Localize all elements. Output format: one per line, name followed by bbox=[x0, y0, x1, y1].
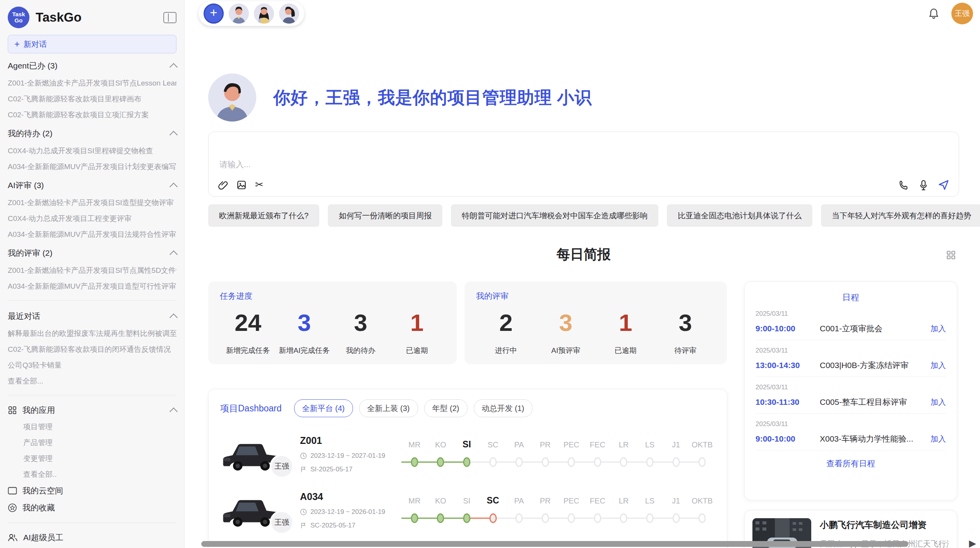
screenshot-scissors-icon[interactable]: ✂ bbox=[255, 179, 264, 191]
join-link[interactable]: 加入 bbox=[930, 397, 946, 408]
join-link[interactable]: 加入 bbox=[930, 324, 946, 334]
clock-icon bbox=[300, 452, 307, 459]
composer-placeholder: 请输入... bbox=[219, 159, 251, 170]
view-all-chats-link[interactable]: 查看全部... bbox=[8, 373, 176, 389]
my-review-card: 我的评审 2 进行中 3 AI预评审 1 已逾期 3 待评审 bbox=[464, 281, 727, 364]
sidebar-item[interactable]: A034-全新新能源MUV产品开发项目造型可行性评审 bbox=[8, 278, 176, 294]
stat-pending-review: 3 待评审 bbox=[656, 311, 716, 356]
sidebar-item[interactable]: A034-全新新能源MUV产品开发项目计划变更表编写 bbox=[8, 159, 176, 175]
user-avatar[interactable]: 王强 bbox=[951, 3, 973, 24]
sidebar-item-help-write[interactable]: 帮我写作 bbox=[8, 546, 176, 548]
view-all-apps-link[interactable]: 查看全部.. bbox=[23, 466, 176, 482]
sidebar-item-cloud-space[interactable]: 我的云空间 bbox=[8, 482, 176, 499]
horizontal-scrollbar[interactable] bbox=[201, 541, 908, 547]
section-ai-review[interactable]: AI评审 (3) bbox=[8, 176, 176, 195]
project-dates: 2023-12-19 ~ 2027-01-19 bbox=[300, 452, 397, 460]
microphone-icon[interactable] bbox=[918, 180, 929, 191]
avatar-3[interactable] bbox=[279, 3, 299, 24]
new-chat-button[interactable]: + 新对话 bbox=[8, 35, 176, 53]
suggestion-chip[interactable]: 欧洲新规最近颁布了什么? bbox=[208, 204, 319, 227]
filter-chip-model-year[interactable]: 年型 (2) bbox=[424, 399, 468, 417]
milestone-dot-oktb bbox=[689, 511, 715, 525]
chevron-up-icon[interactable] bbox=[170, 313, 178, 322]
milestone-dot-fec bbox=[584, 455, 611, 469]
avatar-2[interactable] bbox=[254, 3, 274, 24]
milestone-dot-ls bbox=[637, 455, 663, 469]
project-date-range: 2023-12-19 ~ 2027-01-19 bbox=[310, 452, 385, 460]
project-image: 王强 bbox=[220, 493, 282, 528]
section-my-review[interactable]: 我的评审 (2) bbox=[8, 244, 176, 262]
section-title: Agent已办 (3) bbox=[8, 60, 171, 71]
sidebar-item-product-mgmt[interactable]: 产品管理 bbox=[23, 435, 176, 450]
filter-chip-platform[interactable]: 全新平台 (4) bbox=[294, 399, 353, 417]
assistant-avatar bbox=[208, 74, 256, 122]
avatar-1[interactable] bbox=[229, 3, 249, 24]
chevron-up-icon[interactable] bbox=[170, 63, 178, 71]
project-code: Z001 bbox=[300, 435, 397, 446]
ai-employee-label: AI超级员工 bbox=[23, 532, 63, 543]
sidebar-item[interactable]: C02-飞腾新能源轻客改款项目的闭环通告反馈情况 bbox=[8, 341, 176, 357]
chevron-up-icon[interactable] bbox=[170, 131, 178, 139]
project-owner-badge: 王强 bbox=[270, 454, 294, 478]
suggestion-chip[interactable]: 如何写一份清晰的项目周报 bbox=[328, 204, 442, 227]
greeting-text: 你好，王强，我是你的项目管理助理 小识 bbox=[273, 86, 592, 109]
layout-grid-icon[interactable] bbox=[946, 250, 956, 260]
chevron-up-icon[interactable] bbox=[170, 250, 178, 259]
view-all-schedule-link[interactable]: 查看所有日程 bbox=[756, 458, 946, 469]
suggestion-chip[interactable]: 特朗普可能对进口汽车增税会对中国车企造成哪些影响 bbox=[451, 204, 658, 227]
sidebar-item-favorites[interactable]: 我的收藏 bbox=[8, 499, 176, 516]
stat-overdue: 1 已逾期 bbox=[596, 311, 656, 356]
sidebar-item-change-mgmt[interactable]: 变更管理 bbox=[23, 450, 176, 466]
main-area: + 王强 你好，王强，我是你的项目管理助理 小识 请输入... bbox=[185, 0, 980, 548]
sidebar-item[interactable]: 公司Q3轻卡销量 bbox=[8, 357, 176, 373]
attachment-icon[interactable] bbox=[218, 180, 228, 190]
join-link[interactable]: 加入 bbox=[930, 360, 946, 371]
suggestion-chip[interactable]: 当下年轻人对汽车外观有怎样的喜好趋势 bbox=[821, 204, 980, 227]
send-icon[interactable] bbox=[938, 179, 949, 191]
section-recent-chats[interactable]: 最近对话 bbox=[8, 307, 176, 325]
milestone-label-pa: PA bbox=[506, 497, 532, 505]
stat-label: 待评审 bbox=[656, 346, 716, 356]
image-icon[interactable] bbox=[236, 180, 247, 190]
composer[interactable]: 请输入... ✂ bbox=[208, 132, 959, 197]
project-row[interactable]: 王强 A034 2023-12-19 ~ 2026-01-19 SC-2025-… bbox=[220, 491, 715, 529]
project-row[interactable]: 王强 Z001 2023-12-19 ~ 2027-01-19 SI-2025-… bbox=[220, 435, 715, 473]
chevron-up-icon[interactable] bbox=[170, 408, 178, 416]
stat-value: 3 bbox=[276, 311, 333, 335]
new-chat-label: 新对话 bbox=[24, 39, 47, 50]
schedule-time: 13:00-14:30 bbox=[756, 361, 817, 370]
schedule-date: 2025/03/11 bbox=[756, 310, 946, 318]
phone-call-icon[interactable] bbox=[899, 180, 909, 190]
milestone-timeline: MRKOSISCPAPRPECFECLRLSJ1OKTB bbox=[401, 495, 715, 525]
project-dates: 2023-12-19 ~ 2026-01-19 bbox=[300, 508, 397, 516]
sidebar-item[interactable]: Z001-全新燃油轻卡产品开发项目SI造型提交物评审 bbox=[8, 195, 176, 211]
sidebar-item[interactable]: C02-飞腾新能源轻客改款项目立项汇报方案 bbox=[8, 107, 176, 123]
milestone-dot-pa bbox=[506, 455, 532, 469]
add-session-button[interactable]: + bbox=[204, 3, 224, 24]
milestone-label-ko: KO bbox=[428, 440, 454, 449]
filter-chip-upfit[interactable]: 全新上装 (3) bbox=[359, 399, 418, 417]
milestone-label-mr: MR bbox=[401, 440, 428, 449]
chevron-up-icon[interactable] bbox=[170, 183, 178, 191]
scroll-right-arrow-icon[interactable]: ▶ bbox=[969, 538, 976, 548]
suggestion-chip[interactable]: 比亚迪全固态电池计划具体说了什么 bbox=[667, 204, 812, 227]
project-milestone-label: SI-2025-05-17 bbox=[310, 466, 353, 473]
sidebar-item[interactable]: C02-飞腾新能源轻客改款项目里程碑画布 bbox=[8, 91, 176, 107]
section-my-todo[interactable]: 我的待办 (2) bbox=[8, 124, 176, 143]
notifications-bell-icon[interactable] bbox=[929, 8, 939, 19]
sidebar-item[interactable]: 解释最新出台的欧盟报废车法规再生塑料比例被调至15%... bbox=[8, 325, 176, 341]
sidebar-item[interactable]: A034-全新新能源MUV产品开发项目法规符合性评审 bbox=[8, 226, 176, 242]
project-dashboard-card: 项目Dashboard 全新平台 (4) 全新上装 (3) 年型 (2) 动总开… bbox=[208, 389, 727, 548]
filter-chip-powertrain[interactable]: 动总开发 (1) bbox=[474, 399, 533, 417]
sidebar-item-project-mgmt[interactable]: 项目管理 bbox=[23, 419, 176, 435]
sidebar-item-my-apps[interactable]: 我的应用 bbox=[8, 402, 176, 419]
dashboard-title: 项目Dashboard bbox=[220, 402, 282, 414]
join-link[interactable]: 加入 bbox=[930, 434, 946, 444]
sidebar-item[interactable]: C0X4-动力总成开发项目工程变更评审 bbox=[8, 211, 176, 226]
sidebar-item[interactable]: Z001-全新燃油轻卡产品开发项目SI节点属性5D文件评审 bbox=[8, 262, 176, 278]
sidebar-item[interactable]: Z001-全新燃油皮卡产品开发项目SI节点Lesson Learn报告 bbox=[8, 75, 176, 91]
section-agent-done[interactable]: Agent已办 (3) bbox=[8, 57, 176, 75]
collapse-sidebar-icon[interactable] bbox=[163, 12, 176, 23]
sidebar-item-ai-employee[interactable]: AI超级员工 bbox=[8, 529, 176, 546]
sidebar-item[interactable]: C0X4-动力总成开发项目SI里程碑提交物检查 bbox=[8, 143, 176, 159]
